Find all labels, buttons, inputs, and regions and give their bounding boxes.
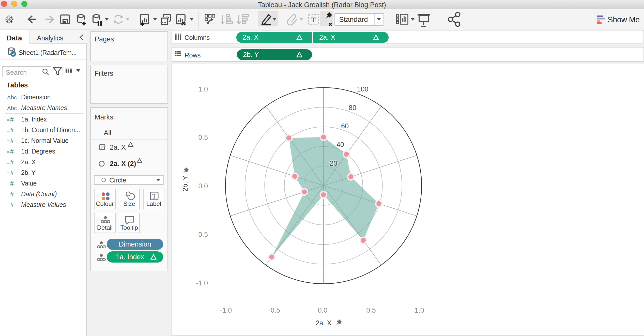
- svg-text:-0.5: -0.5: [268, 307, 280, 314]
- svg-text:Standard: Standard: [339, 16, 368, 23]
- svg-text:-1.0: -1.0: [220, 307, 232, 314]
- svg-text:20: 20: [330, 160, 337, 167]
- svg-text:60: 60: [341, 122, 349, 130]
- svg-text:1.0: 1.0: [198, 85, 208, 93]
- svg-text:0.0: 0.0: [198, 182, 208, 190]
- svg-text:2a. X: 2a. X: [315, 319, 331, 327]
- svg-text:0.0: 0.0: [318, 307, 328, 314]
- svg-text:Show Me: Show Me: [608, 15, 640, 24]
- svg-text:80: 80: [349, 104, 356, 112]
- svg-text:-1.0: -1.0: [196, 279, 208, 287]
- svg-text:0.5: 0.5: [366, 307, 376, 314]
- svg-text:T: T: [152, 193, 156, 200]
- svg-text:100: 100: [357, 85, 368, 93]
- svg-text:1.0: 1.0: [415, 307, 424, 314]
- svg-text:40: 40: [336, 141, 344, 148]
- svg-text:0.5: 0.5: [198, 134, 208, 141]
- svg-text:2b. Y: 2b. Y: [181, 176, 189, 192]
- svg-text:-0.5: -0.5: [196, 231, 208, 238]
- svg-text:T: T: [311, 16, 316, 24]
